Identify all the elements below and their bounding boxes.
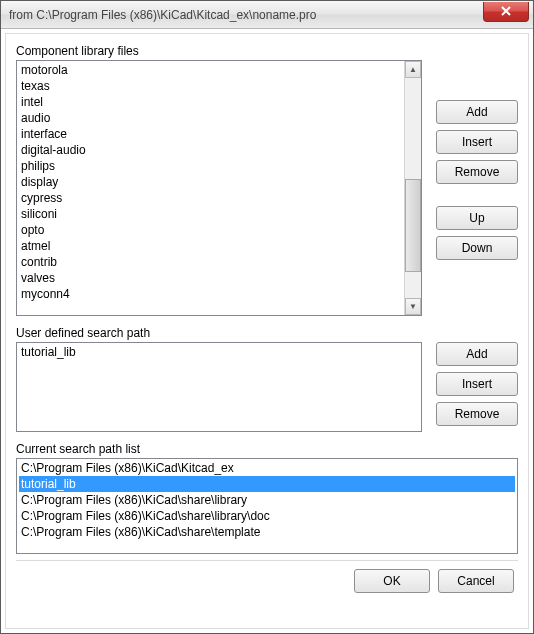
client-area: Component library files motorolatexasint… [5, 33, 529, 629]
libs-scrollbar[interactable]: ▲ ▼ [404, 61, 421, 315]
list-item[interactable]: atmel [19, 238, 419, 254]
search-remove-button[interactable]: Remove [436, 402, 518, 426]
list-item[interactable]: digital-audio [19, 142, 419, 158]
close-icon [501, 6, 511, 16]
close-button[interactable] [483, 2, 529, 22]
list-item[interactable]: philips [19, 158, 419, 174]
list-item[interactable]: valves [19, 270, 419, 286]
list-item[interactable]: tutorial_lib [19, 476, 515, 492]
scroll-down-icon[interactable]: ▼ [405, 298, 421, 315]
paths-group: Current search path list C:\Program File… [16, 442, 518, 554]
libs-group: Component library files motorolatexasint… [16, 44, 518, 316]
scroll-up-icon[interactable]: ▲ [405, 61, 421, 78]
libs-listbox[interactable]: motorolatexasintelaudiointerfacedigital-… [16, 60, 422, 316]
list-item[interactable]: cypress [19, 190, 419, 206]
list-item[interactable]: C:\Program Files (x86)\KiCad\share\libra… [19, 508, 515, 524]
libs-label: Component library files [16, 44, 422, 58]
list-item[interactable]: opto [19, 222, 419, 238]
search-group: User defined search path tutorial_lib Ad… [16, 326, 518, 432]
search-insert-button[interactable]: Insert [436, 372, 518, 396]
list-item[interactable]: tutorial_lib [19, 344, 419, 360]
titlebar-text: from C:\Program Files (x86)\KiCad\Kitcad… [9, 8, 483, 22]
list-item[interactable]: C:\Program Files (x86)\KiCad\Kitcad_ex [19, 460, 515, 476]
libs-buttons: Add Insert Remove Up Down [436, 44, 518, 260]
titlebar[interactable]: from C:\Program Files (x86)\KiCad\Kitcad… [1, 1, 533, 29]
list-item[interactable]: myconn4 [19, 286, 419, 302]
list-item[interactable]: audio [19, 110, 419, 126]
list-item[interactable]: contrib [19, 254, 419, 270]
dialog-window: from C:\Program Files (x86)\KiCad\Kitcad… [0, 0, 534, 634]
paths-listbox[interactable]: C:\Program Files (x86)\KiCad\Kitcad_extu… [16, 458, 518, 554]
search-add-button[interactable]: Add [436, 342, 518, 366]
list-item[interactable]: C:\Program Files (x86)\KiCad\share\templ… [19, 524, 515, 540]
ok-button[interactable]: OK [354, 569, 430, 593]
scroll-track[interactable] [405, 78, 421, 298]
list-item[interactable]: texas [19, 78, 419, 94]
footer-bar: OK Cancel [16, 560, 518, 595]
list-item[interactable]: interface [19, 126, 419, 142]
libs-add-button[interactable]: Add [436, 100, 518, 124]
list-item[interactable]: intel [19, 94, 419, 110]
libs-down-button[interactable]: Down [436, 236, 518, 260]
list-item[interactable]: display [19, 174, 419, 190]
list-item[interactable]: C:\Program Files (x86)\KiCad\share\libra… [19, 492, 515, 508]
search-listbox[interactable]: tutorial_lib [16, 342, 422, 432]
search-buttons: Add Insert Remove [436, 326, 518, 426]
libs-insert-button[interactable]: Insert [436, 130, 518, 154]
libs-remove-button[interactable]: Remove [436, 160, 518, 184]
list-item[interactable]: motorola [19, 62, 419, 78]
search-label: User defined search path [16, 326, 422, 340]
libs-up-button[interactable]: Up [436, 206, 518, 230]
scroll-thumb[interactable] [405, 179, 421, 271]
cancel-button[interactable]: Cancel [438, 569, 514, 593]
paths-label: Current search path list [16, 442, 518, 456]
list-item[interactable]: siliconi [19, 206, 419, 222]
